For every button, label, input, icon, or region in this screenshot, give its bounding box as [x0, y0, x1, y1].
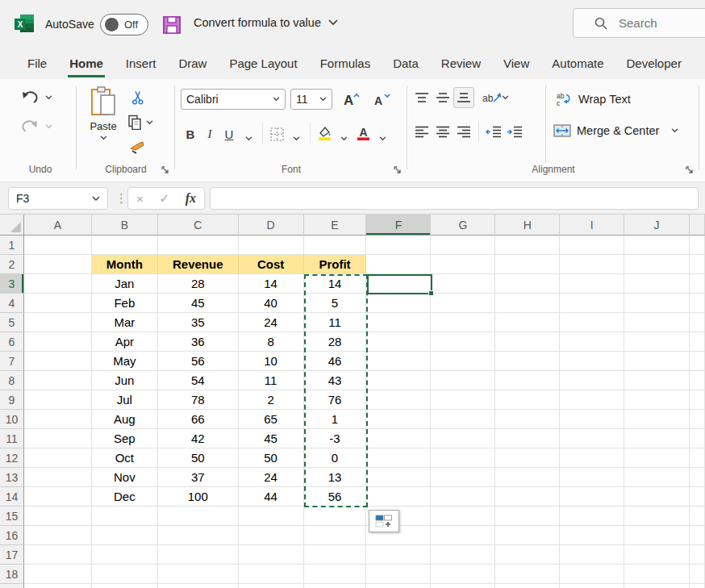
fill-color-options-button[interactable]: [334, 123, 353, 144]
grid-cell-I4[interactable]: [560, 294, 624, 313]
grid-cell-J1[interactable]: [624, 236, 690, 255]
grid-cell-E16[interactable]: [304, 526, 367, 545]
grid-cell-E7[interactable]: 46: [304, 352, 367, 371]
grid-cell-G17[interactable]: [431, 545, 495, 565]
grid-cell-G16[interactable]: [431, 526, 495, 545]
grid-cell-partial[interactable]: [690, 294, 705, 313]
grid-cell-E2[interactable]: Profit: [304, 255, 367, 274]
grid-cell-J8[interactable]: [624, 371, 690, 390]
grid-cell-D11[interactable]: 45: [239, 429, 304, 448]
grid-cell-D2[interactable]: Cost: [239, 255, 304, 274]
row-header-1[interactable]: 1: [0, 236, 24, 255]
grid-cell-J15[interactable]: [624, 507, 690, 526]
tab-data[interactable]: Data: [382, 50, 430, 79]
align-center-button[interactable]: [432, 121, 453, 142]
row-header-15[interactable]: 15: [0, 507, 24, 526]
grid-cell-G7[interactable]: [431, 352, 495, 371]
alignment-dialog-launcher[interactable]: [685, 165, 694, 174]
grid-cell-F2[interactable]: [366, 255, 431, 274]
grid-cell-B16[interactable]: [92, 526, 158, 545]
tab-insert[interactable]: Insert: [115, 50, 168, 79]
quick-action-convert-formula[interactable]: Convert formula to value: [194, 16, 338, 29]
grid-cell-B19[interactable]: [92, 584, 158, 588]
grid-cell-H14[interactable]: [495, 487, 560, 507]
grid-cell-I1[interactable]: [560, 236, 624, 255]
grid-cell-H13[interactable]: [495, 468, 560, 487]
autosave-toggle[interactable]: Off: [100, 14, 148, 35]
grid-cell-F14[interactable]: [366, 487, 431, 507]
cut-button[interactable]: [131, 90, 145, 105]
column-header-A[interactable]: A: [24, 215, 92, 236]
grid-cell-partial[interactable]: [690, 390, 705, 410]
grid-cell-B9[interactable]: Jul: [92, 390, 158, 410]
grid-cell-A19[interactable]: [24, 584, 92, 588]
grid-cell-partial[interactable]: [690, 487, 705, 507]
grid-cell-D19[interactable]: [239, 584, 304, 588]
grid-cell-I12[interactable]: [560, 448, 624, 468]
grid-cell-H15[interactable]: [495, 507, 560, 526]
grid-cell-J6[interactable]: [624, 332, 690, 352]
save-button[interactable]: [161, 15, 182, 35]
grid-cell-partial[interactable]: [690, 545, 705, 565]
grid-cell-H1[interactable]: [495, 236, 560, 255]
align-left-button[interactable]: [411, 121, 432, 142]
grid-cell-B11[interactable]: Sep: [92, 429, 158, 448]
grid-cell-I11[interactable]: [560, 429, 624, 448]
grid-cell-partial[interactable]: [690, 332, 705, 352]
grid-cell-C14[interactable]: 100: [158, 487, 239, 507]
cancel-icon[interactable]: ×: [136, 192, 144, 206]
grid-cell-E14[interactable]: 56: [304, 487, 367, 507]
grid-cell-partial[interactable]: [690, 565, 705, 584]
grid-cell-D6[interactable]: 8: [239, 332, 304, 352]
grid-cell-A8[interactable]: [24, 371, 92, 390]
grid-cell-F8[interactable]: [366, 371, 431, 390]
column-header-E[interactable]: E: [304, 215, 367, 236]
merge-center-button[interactable]: Merge & Center: [553, 124, 678, 137]
grid-cell-E12[interactable]: 0: [304, 448, 367, 468]
row-header-16[interactable]: 16: [0, 526, 24, 545]
grid-cell-G12[interactable]: [431, 448, 495, 468]
grid-cell-F7[interactable]: [366, 352, 431, 371]
grid-cell-I18[interactable]: [560, 565, 624, 584]
underline-button[interactable]: U: [219, 123, 239, 144]
grid-cell-H11[interactable]: [495, 429, 560, 448]
grid-cell-H12[interactable]: [495, 448, 560, 468]
grid-cell-H17[interactable]: [495, 545, 560, 565]
grid-cell-A6[interactable]: [24, 332, 92, 352]
italic-button[interactable]: I: [200, 123, 219, 144]
grid-cell-J7[interactable]: [624, 352, 690, 371]
grid-cell-F4[interactable]: [366, 294, 431, 313]
grid-cell-F1[interactable]: [366, 236, 431, 255]
grid-cell-D4[interactable]: 40: [239, 294, 304, 313]
row-header-7[interactable]: 7: [0, 352, 24, 371]
grid-cell-H19[interactable]: [495, 584, 560, 588]
grid-cell-A13[interactable]: [24, 468, 92, 487]
grid-cell-J5[interactable]: [624, 313, 690, 332]
grid-cell-C18[interactable]: [158, 565, 239, 584]
grid-cell-partial[interactable]: [690, 429, 705, 448]
grid-cell-G4[interactable]: [431, 294, 495, 313]
grid-cell-B18[interactable]: [92, 565, 158, 584]
increase-font-size-button[interactable]: A: [339, 89, 363, 110]
grid-cell-A12[interactable]: [24, 448, 92, 468]
grid-cell-I7[interactable]: [560, 352, 624, 371]
grid-cell-I3[interactable]: [560, 274, 624, 294]
grid-cell-B15[interactable]: [92, 507, 158, 526]
grid-cell-G8[interactable]: [431, 371, 495, 390]
row-header-3[interactable]: 3: [0, 274, 24, 294]
redo-button[interactable]: [21, 119, 52, 134]
grid-cell-D12[interactable]: 50: [239, 448, 304, 468]
grid-cell-G14[interactable]: [431, 487, 495, 507]
grid-cell-C16[interactable]: [158, 526, 239, 545]
row-header-4[interactable]: 4: [0, 294, 24, 313]
grid-cell-H16[interactable]: [495, 526, 560, 545]
grid-cell-G1[interactable]: [431, 236, 495, 255]
grid-cell-J4[interactable]: [624, 294, 690, 313]
grid-cell-D15[interactable]: [239, 507, 304, 526]
tab-automate[interactable]: Automate: [540, 50, 615, 79]
grid-cell-F13[interactable]: [366, 468, 431, 487]
grid-cell-J19[interactable]: [624, 584, 690, 588]
grid-cell-H18[interactable]: [495, 565, 560, 584]
grid-cell-H8[interactable]: [495, 371, 560, 390]
enter-check-icon[interactable]: ✓: [159, 191, 169, 206]
